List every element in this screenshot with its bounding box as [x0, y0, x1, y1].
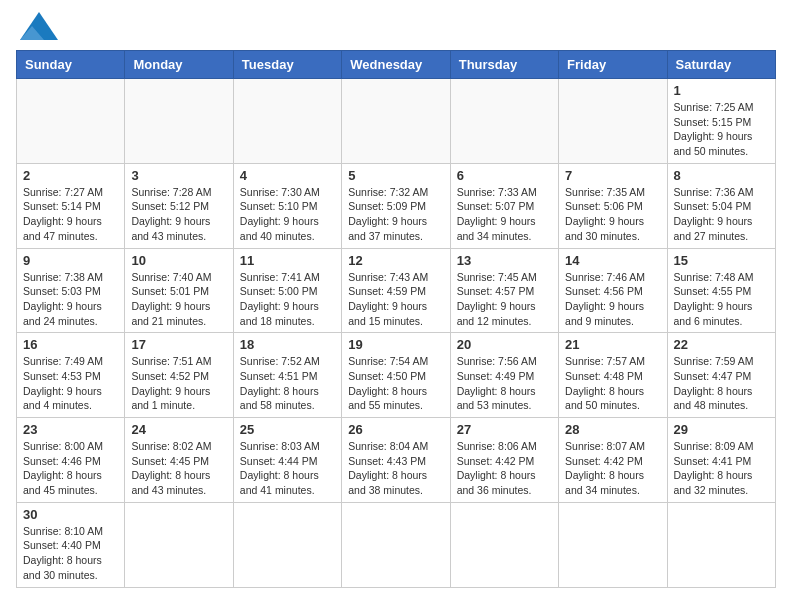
day-cell: 13Sunrise: 7:45 AM Sunset: 4:57 PM Dayli… — [450, 248, 558, 333]
day-info: Sunrise: 7:56 AM Sunset: 4:49 PM Dayligh… — [457, 354, 552, 413]
day-info: Sunrise: 7:28 AM Sunset: 5:12 PM Dayligh… — [131, 185, 226, 244]
day-info: Sunrise: 8:03 AM Sunset: 4:44 PM Dayligh… — [240, 439, 335, 498]
week-row-5: 30Sunrise: 8:10 AM Sunset: 4:40 PM Dayli… — [17, 502, 776, 587]
weekday-friday: Friday — [559, 51, 667, 79]
day-number: 18 — [240, 337, 335, 352]
day-cell — [559, 502, 667, 587]
day-number: 11 — [240, 253, 335, 268]
day-info: Sunrise: 7:49 AM Sunset: 4:53 PM Dayligh… — [23, 354, 118, 413]
day-cell — [450, 79, 558, 164]
day-info: Sunrise: 8:02 AM Sunset: 4:45 PM Dayligh… — [131, 439, 226, 498]
weekday-saturday: Saturday — [667, 51, 775, 79]
day-info: Sunrise: 7:48 AM Sunset: 4:55 PM Dayligh… — [674, 270, 769, 329]
day-cell: 24Sunrise: 8:02 AM Sunset: 4:45 PM Dayli… — [125, 418, 233, 503]
day-info: Sunrise: 7:33 AM Sunset: 5:07 PM Dayligh… — [457, 185, 552, 244]
day-cell: 25Sunrise: 8:03 AM Sunset: 4:44 PM Dayli… — [233, 418, 341, 503]
calendar: SundayMondayTuesdayWednesdayThursdayFrid… — [16, 50, 776, 588]
day-cell — [342, 79, 450, 164]
day-cell: 27Sunrise: 8:06 AM Sunset: 4:42 PM Dayli… — [450, 418, 558, 503]
day-info: Sunrise: 7:51 AM Sunset: 4:52 PM Dayligh… — [131, 354, 226, 413]
day-info: Sunrise: 7:40 AM Sunset: 5:01 PM Dayligh… — [131, 270, 226, 329]
day-info: Sunrise: 7:25 AM Sunset: 5:15 PM Dayligh… — [674, 100, 769, 159]
header — [16, 16, 776, 40]
day-number: 10 — [131, 253, 226, 268]
day-cell: 23Sunrise: 8:00 AM Sunset: 4:46 PM Dayli… — [17, 418, 125, 503]
day-number: 24 — [131, 422, 226, 437]
day-info: Sunrise: 7:57 AM Sunset: 4:48 PM Dayligh… — [565, 354, 660, 413]
day-cell: 4Sunrise: 7:30 AM Sunset: 5:10 PM Daylig… — [233, 163, 341, 248]
day-info: Sunrise: 7:43 AM Sunset: 4:59 PM Dayligh… — [348, 270, 443, 329]
day-number: 20 — [457, 337, 552, 352]
day-cell — [342, 502, 450, 587]
day-cell: 22Sunrise: 7:59 AM Sunset: 4:47 PM Dayli… — [667, 333, 775, 418]
day-number: 3 — [131, 168, 226, 183]
day-cell: 26Sunrise: 8:04 AM Sunset: 4:43 PM Dayli… — [342, 418, 450, 503]
day-cell: 9Sunrise: 7:38 AM Sunset: 5:03 PM Daylig… — [17, 248, 125, 333]
day-cell: 1Sunrise: 7:25 AM Sunset: 5:15 PM Daylig… — [667, 79, 775, 164]
day-number: 5 — [348, 168, 443, 183]
day-info: Sunrise: 8:07 AM Sunset: 4:42 PM Dayligh… — [565, 439, 660, 498]
day-cell — [233, 79, 341, 164]
day-cell: 16Sunrise: 7:49 AM Sunset: 4:53 PM Dayli… — [17, 333, 125, 418]
day-number: 22 — [674, 337, 769, 352]
day-number: 14 — [565, 253, 660, 268]
day-cell: 28Sunrise: 8:07 AM Sunset: 4:42 PM Dayli… — [559, 418, 667, 503]
day-cell — [233, 502, 341, 587]
day-info: Sunrise: 7:38 AM Sunset: 5:03 PM Dayligh… — [23, 270, 118, 329]
day-cell: 14Sunrise: 7:46 AM Sunset: 4:56 PM Dayli… — [559, 248, 667, 333]
weekday-sunday: Sunday — [17, 51, 125, 79]
day-number: 2 — [23, 168, 118, 183]
weekday-wednesday: Wednesday — [342, 51, 450, 79]
day-number: 17 — [131, 337, 226, 352]
day-cell: 18Sunrise: 7:52 AM Sunset: 4:51 PM Dayli… — [233, 333, 341, 418]
day-number: 28 — [565, 422, 660, 437]
day-number: 9 — [23, 253, 118, 268]
day-cell: 11Sunrise: 7:41 AM Sunset: 5:00 PM Dayli… — [233, 248, 341, 333]
day-info: Sunrise: 8:04 AM Sunset: 4:43 PM Dayligh… — [348, 439, 443, 498]
day-info: Sunrise: 7:46 AM Sunset: 4:56 PM Dayligh… — [565, 270, 660, 329]
week-row-4: 23Sunrise: 8:00 AM Sunset: 4:46 PM Dayli… — [17, 418, 776, 503]
day-cell: 6Sunrise: 7:33 AM Sunset: 5:07 PM Daylig… — [450, 163, 558, 248]
day-number: 29 — [674, 422, 769, 437]
day-cell — [667, 502, 775, 587]
day-cell: 10Sunrise: 7:40 AM Sunset: 5:01 PM Dayli… — [125, 248, 233, 333]
day-number: 15 — [674, 253, 769, 268]
day-number: 7 — [565, 168, 660, 183]
day-info: Sunrise: 7:32 AM Sunset: 5:09 PM Dayligh… — [348, 185, 443, 244]
day-cell — [125, 79, 233, 164]
day-info: Sunrise: 7:41 AM Sunset: 5:00 PM Dayligh… — [240, 270, 335, 329]
day-cell: 5Sunrise: 7:32 AM Sunset: 5:09 PM Daylig… — [342, 163, 450, 248]
day-number: 6 — [457, 168, 552, 183]
day-info: Sunrise: 8:09 AM Sunset: 4:41 PM Dayligh… — [674, 439, 769, 498]
day-info: Sunrise: 8:10 AM Sunset: 4:40 PM Dayligh… — [23, 524, 118, 583]
day-info: Sunrise: 8:00 AM Sunset: 4:46 PM Dayligh… — [23, 439, 118, 498]
day-number: 25 — [240, 422, 335, 437]
day-number: 21 — [565, 337, 660, 352]
day-cell — [125, 502, 233, 587]
day-cell: 7Sunrise: 7:35 AM Sunset: 5:06 PM Daylig… — [559, 163, 667, 248]
day-number: 30 — [23, 507, 118, 522]
day-number: 27 — [457, 422, 552, 437]
day-info: Sunrise: 7:45 AM Sunset: 4:57 PM Dayligh… — [457, 270, 552, 329]
day-number: 26 — [348, 422, 443, 437]
day-info: Sunrise: 8:06 AM Sunset: 4:42 PM Dayligh… — [457, 439, 552, 498]
day-number: 12 — [348, 253, 443, 268]
day-number: 16 — [23, 337, 118, 352]
day-info: Sunrise: 7:54 AM Sunset: 4:50 PM Dayligh… — [348, 354, 443, 413]
day-info: Sunrise: 7:30 AM Sunset: 5:10 PM Dayligh… — [240, 185, 335, 244]
day-cell — [17, 79, 125, 164]
day-info: Sunrise: 7:52 AM Sunset: 4:51 PM Dayligh… — [240, 354, 335, 413]
week-row-3: 16Sunrise: 7:49 AM Sunset: 4:53 PM Dayli… — [17, 333, 776, 418]
day-cell: 12Sunrise: 7:43 AM Sunset: 4:59 PM Dayli… — [342, 248, 450, 333]
day-number: 8 — [674, 168, 769, 183]
day-cell: 20Sunrise: 7:56 AM Sunset: 4:49 PM Dayli… — [450, 333, 558, 418]
day-number: 23 — [23, 422, 118, 437]
logo — [16, 16, 58, 40]
day-info: Sunrise: 7:35 AM Sunset: 5:06 PM Dayligh… — [565, 185, 660, 244]
day-number: 4 — [240, 168, 335, 183]
weekday-header: SundayMondayTuesdayWednesdayThursdayFrid… — [17, 51, 776, 79]
day-info: Sunrise: 7:27 AM Sunset: 5:14 PM Dayligh… — [23, 185, 118, 244]
day-info: Sunrise: 7:36 AM Sunset: 5:04 PM Dayligh… — [674, 185, 769, 244]
day-number: 19 — [348, 337, 443, 352]
day-cell: 30Sunrise: 8:10 AM Sunset: 4:40 PM Dayli… — [17, 502, 125, 587]
